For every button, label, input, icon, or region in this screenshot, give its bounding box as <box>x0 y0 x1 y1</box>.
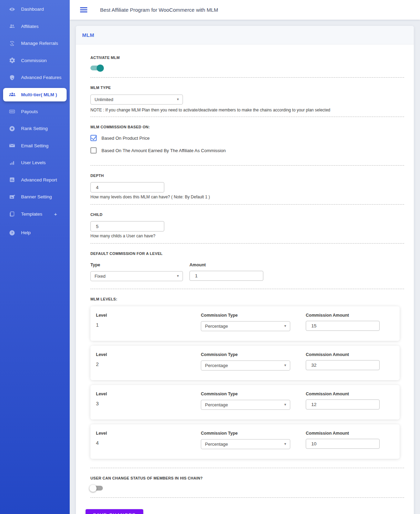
default-type-select[interactable]: Fixed ▼ <box>90 271 183 281</box>
level-commission-type-select[interactable]: Percentage ▼ <box>201 321 290 331</box>
toggle-knob <box>97 65 104 72</box>
sidebar-item-label: Templates <box>21 211 42 217</box>
sidebar-item-user-levels[interactable]: User Levels <box>0 154 70 171</box>
default-type-selected-value: Fixed <box>95 274 106 279</box>
envelope-icon <box>9 142 16 149</box>
sidebar-item-advanced-features[interactable]: Advanced Features <box>0 69 70 86</box>
section-user-status: USER CAN CHANGE STATUS OF MEMBERS IN HIS… <box>90 468 404 497</box>
checkbox-amount-earned[interactable] <box>90 147 97 154</box>
svg-text:$: $ <box>11 42 13 45</box>
level-row: Level 1 Commission Type Percentage ▼ Com… <box>90 306 400 341</box>
hamburger-menu-icon[interactable] <box>80 7 87 12</box>
sidebar-item-label: Advanced Features <box>21 75 61 80</box>
level-commission-amount-input[interactable] <box>306 360 380 370</box>
level-commission-type-select[interactable]: Percentage ▼ <box>201 360 290 370</box>
level-column-header: Level <box>96 392 201 396</box>
chevron-down-icon: ▼ <box>284 364 287 367</box>
sidebar-item-label: Payouts <box>21 109 38 114</box>
level-commission-amount-input[interactable] <box>306 439 380 449</box>
sidebar-item-manage-referrals[interactable]: $ Manage Referrals <box>0 35 70 52</box>
save-changes-button[interactable]: SAVE CHANGES <box>86 509 143 514</box>
sidebar-item-label: Banner Setting <box>21 194 52 199</box>
sidebar-item-label: Email Setting <box>21 143 49 148</box>
level-column-header: Level <box>96 352 201 357</box>
level-row: Level 4 Commission Type Percentage ▼ Com… <box>90 424 400 459</box>
child-helper: How many childs a User can have? <box>90 234 404 238</box>
sidebar-item-multi-tier-mlm[interactable]: Multi-tier( MLM ) <box>3 88 67 101</box>
chevron-down-icon: ▼ <box>284 403 287 406</box>
sidebar-item-advanced-report[interactable]: Advanced Report <box>0 171 70 189</box>
commission-type-value: Percentage <box>205 442 228 447</box>
toggle-knob <box>89 485 97 492</box>
levels-list: Level 1 Commission Type Percentage ▼ Com… <box>90 306 400 459</box>
commission-based-on-label: MLM COMMISSION BASED ON: <box>90 125 404 129</box>
level-number: 1 <box>96 322 201 328</box>
sidebar-item-commission[interactable]: Commission <box>0 52 70 69</box>
sidebar-item-payouts[interactable]: Payouts <box>0 103 70 120</box>
sidebar-item-rank-setting[interactable]: Rank Setting <box>0 120 70 137</box>
mlm-type-selected-value: Unlimited <box>95 97 113 102</box>
sidebar-item-label: Rank Setting <box>21 126 48 131</box>
sidebar-item-label: Advanced Report <box>21 177 57 182</box>
section-child: CHILD How many childs a User can have? <box>90 205 404 243</box>
commission-type-column-header: Commission Type <box>201 431 306 436</box>
image-plus-icon <box>9 194 16 200</box>
sidebar-item-label: User Levels <box>21 160 46 165</box>
question-circle-icon: ? <box>9 229 16 236</box>
sidebar-item-label: Multi-tier( MLM ) <box>21 92 57 97</box>
sidebar-item-label: Manage Referrals <box>21 41 58 46</box>
section-save: SAVE CHANGES <box>86 498 404 514</box>
level-number: 3 <box>96 401 201 406</box>
section-commission-based-on: MLM COMMISSION BASED ON: Based On Produc… <box>90 117 404 165</box>
svg-text:?: ? <box>11 231 13 235</box>
checkbox-label: Based On Product Price <box>101 136 149 141</box>
activate-mlm-toggle[interactable] <box>90 66 103 70</box>
child-label: CHILD <box>90 212 404 217</box>
chevron-down-icon: ▼ <box>176 274 179 278</box>
sidebar-item-affiliates[interactable]: Affiliates <box>0 18 70 35</box>
star-circle-icon <box>9 125 16 132</box>
sidebar-item-email-setting[interactable]: Email Setting <box>0 137 70 155</box>
level-column-header: Level <box>96 431 201 436</box>
user-status-label: USER CAN CHANGE STATUS OF MEMBERS IN HIS… <box>90 476 404 480</box>
level-commission-type-select[interactable]: Percentage ▼ <box>201 400 290 410</box>
sidebar: Dashboard Affiliates $ Manage Referrals … <box>0 0 70 514</box>
sidebar-item-templates[interactable]: Templates + <box>0 206 70 223</box>
level-commission-amount-input[interactable] <box>306 399 380 409</box>
top-bar: Best Affiliate Program for WooCommerce w… <box>70 0 420 20</box>
mlm-type-select[interactable]: Unlimited ▼ <box>90 95 183 105</box>
sidebar-item-label: Dashboard <box>21 7 44 12</box>
commission-type-column-header: Commission Type <box>201 313 306 318</box>
depth-input[interactable] <box>90 182 164 192</box>
commission-amount-column-header: Commission Amount <box>306 313 394 318</box>
default-amount-input[interactable] <box>189 271 263 281</box>
card-title: MLM <box>76 26 414 45</box>
option-product-price: Based On Product Price <box>90 135 404 141</box>
sidebar-item-banner-setting[interactable]: Banner Setting <box>0 188 70 206</box>
level-commission-amount-input[interactable] <box>306 321 380 331</box>
sidebar-item-help[interactable]: ? Help <box>0 224 70 241</box>
card-body: ACTIVATE MLM MLM TYPE Unlimited ▼ NOTE :… <box>76 45 414 514</box>
chart-box-icon <box>9 176 16 183</box>
section-mlm-type: MLM TYPE Unlimited ▼ NOTE : If you chang… <box>90 78 404 117</box>
option-amount-earned: Based On The Amount Earned By The Affili… <box>90 147 404 154</box>
section-mlm-levels: MLM LEVELS: Level 1 Commission Type Perc… <box>90 289 404 468</box>
level-number: 2 <box>96 362 201 367</box>
cash-icon <box>9 108 16 115</box>
level-row: Level 2 Commission Type Percentage ▼ Com… <box>90 346 400 380</box>
sidebar-item-label: Affiliates <box>21 24 39 29</box>
type-label: Type <box>90 263 183 267</box>
eye-icon <box>9 6 16 13</box>
user-status-toggle[interactable] <box>90 486 103 491</box>
default-commission-label: DEFAULT COMMISSION FOR A LEVEL <box>90 251 404 256</box>
commission-type-value: Percentage <box>205 402 228 407</box>
level-commission-type-select[interactable]: Percentage ▼ <box>201 439 290 449</box>
commission-type-column-header: Commission Type <box>201 352 306 357</box>
templates-expand-plus-icon[interactable]: + <box>54 211 57 217</box>
child-input[interactable] <box>90 221 164 231</box>
sidebar-item-dashboard[interactable]: Dashboard <box>0 1 70 18</box>
checkbox-product-price[interactable] <box>90 135 97 141</box>
refresh-dollar-icon: $ <box>9 40 16 47</box>
activate-mlm-label: ACTIVATE MLM <box>90 56 404 60</box>
depth-label: DEPTH <box>90 174 404 178</box>
